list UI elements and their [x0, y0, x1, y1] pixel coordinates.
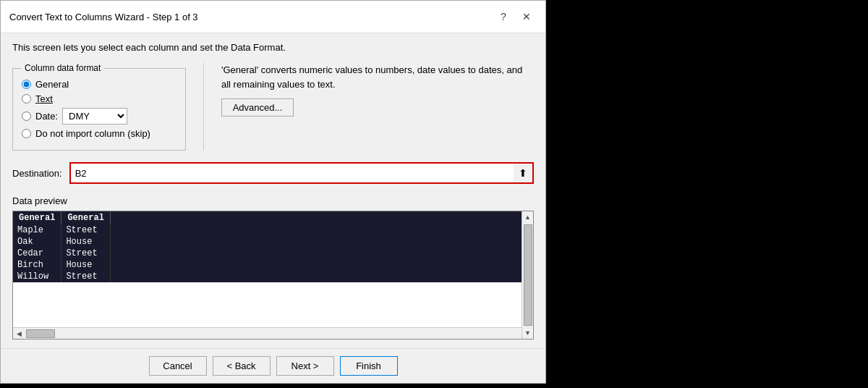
wizard-dialog: Convert Text to Columns Wizard - Step 1 … [0, 0, 546, 384]
data-preview-section: Data preview General General [12, 195, 534, 340]
dialog-body: This screen lets you select each column … [1, 33, 545, 348]
cell-street-1: Street [61, 224, 110, 236]
cell-empty-4 [110, 259, 532, 271]
advanced-button[interactable]: Advanced... [221, 98, 294, 117]
help-button[interactable]: ? [493, 7, 514, 27]
cell-empty-3 [110, 248, 532, 259]
help-icon: ? [501, 11, 506, 22]
left-panel: Column data format General Text Date: [12, 63, 186, 151]
title-bar: Convert Text to Columns Wizard - Step 1 … [1, 1, 545, 33]
table-row: Cedar Street [13, 248, 533, 259]
preview-table-wrap: General General Maple Street [12, 211, 534, 340]
col-header-2: General [61, 211, 110, 224]
radio-date[interactable] [22, 111, 31, 121]
collapse-icon: ⬆ [519, 167, 527, 179]
cell-street-3: Street [61, 271, 110, 282]
radio-date-row: Date: DMY MDY YMD YDM MYD DYM [22, 108, 176, 125]
table-row: Maple Street [13, 224, 533, 236]
cell-empty-2 [110, 236, 532, 248]
column-divider [203, 63, 204, 151]
data-preview-label: Data preview [12, 195, 534, 206]
intro-text: This screen lets you select each column … [12, 42, 534, 53]
table-row: Oak House [13, 236, 533, 248]
title-bar-left: Convert Text to Columns Wizard - Step 1 … [9, 12, 198, 22]
cell-willow: Willow [13, 271, 61, 282]
scroll-thumb-vertical[interactable] [524, 224, 532, 326]
radio-skip-row: Do not import column (skip) [22, 128, 176, 139]
radio-date-label[interactable]: Date: [35, 111, 58, 122]
scroll-h-track[interactable] [25, 328, 522, 339]
destination-row: Destination: ⬆ [12, 162, 534, 184]
close-icon: ✕ [522, 11, 531, 22]
preview-tbody: Maple Street Oak House [13, 224, 533, 282]
preview-scrollbar-vertical[interactable]: ▲ ▼ [522, 211, 533, 339]
preview-header-row: General General [13, 211, 533, 224]
col-header-1: General [13, 211, 61, 224]
destination-input-wrap: ⬆ [69, 162, 534, 184]
right-panel: 'General' converts numeric values to num… [221, 63, 534, 117]
destination-collapse-button[interactable]: ⬆ [514, 164, 532, 182]
scroll-thumb-horizontal[interactable] [26, 329, 55, 338]
radio-general-row: General [22, 79, 176, 90]
destination-label: Destination: [12, 168, 62, 179]
scroll-left-arrow[interactable]: ◀ [13, 328, 25, 340]
preview-scrollbar-horizontal[interactable]: ◀ ▶ [13, 327, 533, 339]
cell-oak: Oak [13, 236, 61, 248]
dialog-footer: Cancel < Back Next > Finish [1, 348, 545, 383]
destination-input[interactable] [71, 166, 514, 181]
scroll-down-arrow[interactable]: ▼ [522, 327, 534, 339]
next-button[interactable]: Next > [276, 356, 334, 376]
cell-cedar: Cedar [13, 248, 61, 259]
radio-general-label[interactable]: General [35, 79, 69, 90]
date-format-select[interactable]: DMY MDY YMD YDM MYD DYM [62, 108, 127, 125]
table-row: Birch House [13, 259, 533, 271]
title-bar-controls: ? ✕ [493, 7, 537, 27]
dialog-title: Convert Text to Columns Wizard - Step 1 … [9, 12, 198, 22]
col-header-spacer [110, 211, 532, 224]
description-text: 'General' converts numeric values to num… [221, 63, 534, 91]
close-button[interactable]: ✕ [516, 7, 537, 27]
column-data-format-group: Column data format General Text Date: [12, 63, 186, 151]
cell-house-1: House [61, 236, 110, 248]
cell-birch: Birch [13, 259, 61, 271]
finish-button[interactable]: Finish [340, 356, 398, 376]
cell-empty-1 [110, 224, 532, 236]
radio-skip[interactable] [22, 129, 31, 138]
radio-general[interactable] [22, 80, 31, 89]
main-content: Column data format General Text Date: [12, 63, 534, 151]
radio-text[interactable] [22, 94, 31, 104]
cell-house-2: House [61, 259, 110, 271]
preview-inner[interactable]: General General Maple Street [13, 211, 533, 320]
radio-text-row: Text [22, 93, 176, 104]
radio-skip-label[interactable]: Do not import column (skip) [35, 128, 150, 139]
preview-table: General General Maple Street [13, 211, 533, 282]
cell-maple: Maple [13, 224, 61, 236]
cell-street-2: Street [61, 248, 110, 259]
radio-text-label[interactable]: Text [35, 93, 53, 104]
scroll-up-arrow[interactable]: ▲ [522, 211, 534, 223]
group-legend: Column data format [22, 63, 103, 73]
back-button[interactable]: < Back [213, 356, 271, 376]
table-row: Willow Street [13, 271, 533, 282]
cell-empty-5 [110, 271, 532, 282]
cancel-button[interactable]: Cancel [149, 356, 207, 376]
